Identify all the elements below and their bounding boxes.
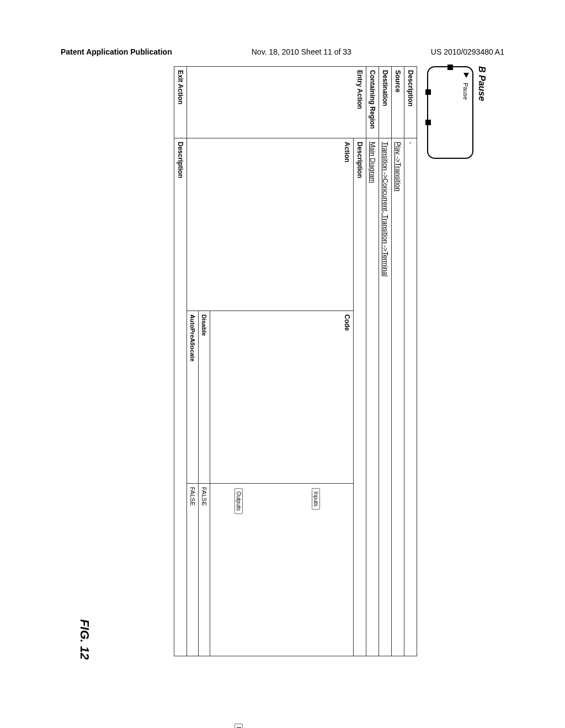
play-icon xyxy=(463,73,469,78)
port-left-icon xyxy=(447,65,453,70)
entry-action-autoprealloc-value: FALSE xyxy=(187,484,199,656)
table-row: Source Play ->Transition xyxy=(392,67,404,656)
header-date-sheet: Nov. 18, 2010 Sheet 11 of 33 xyxy=(252,47,351,56)
prop-label-destination: Destination xyxy=(379,67,392,138)
entry-action-description-label: Description xyxy=(354,138,366,656)
figure-number-label: FIG. 12 xyxy=(77,619,92,660)
prop-value-source: Play ->Transition xyxy=(392,138,404,656)
entry-action-disable-label: Disable xyxy=(199,311,210,484)
prop-label-entry-action: Entry Action xyxy=(187,67,366,138)
port-bottom-2-icon xyxy=(425,120,431,125)
figure-panel: B Pause Pause Description - Source Play … xyxy=(73,61,492,667)
table-row: Destination Transition ->Concurrent, Tra… xyxy=(379,67,392,656)
state-node-pause: Pause xyxy=(427,66,473,159)
chip-paused: Paused xyxy=(234,724,243,728)
figure-title: B Pause xyxy=(477,66,487,667)
chip-inputs: Inputs xyxy=(312,488,320,510)
prop-label-description: Description xyxy=(404,67,417,138)
entry-action-disable-value: FALSE xyxy=(199,484,210,656)
table-row: Description - xyxy=(404,67,417,656)
table-row: Containing Region Main Diagram xyxy=(366,67,379,656)
entry-action-autoprealloc-label: AutoPreAllocate xyxy=(187,311,199,484)
prop-label-region: Containing Region xyxy=(366,67,379,138)
table-row: Action Code Inputs Outputs Paused Output… xyxy=(210,67,354,656)
port-bottom-1-icon xyxy=(425,89,431,95)
state-node-label: Pause xyxy=(462,83,469,100)
exit-action-description-label: Description xyxy=(174,138,187,656)
properties-table: Description - Source Play ->Transition D… xyxy=(174,66,417,656)
table-row: Entry Action Description xyxy=(354,67,366,656)
header-pubnumber: US 2010/0293480 A1 xyxy=(431,47,504,56)
table-row: Exit Action Description xyxy=(174,67,187,656)
prop-label-exit-action: Exit Action xyxy=(174,67,187,138)
entry-action-code-label: Code xyxy=(210,311,354,484)
prop-label-source: Source xyxy=(392,67,404,138)
prop-value-region: Main Diagram xyxy=(366,138,379,656)
prop-value-description: - xyxy=(404,138,417,656)
entry-action-action-label: Action xyxy=(187,138,354,311)
prop-value-destination: Transition ->Concurrent, Transition ->Te… xyxy=(379,138,392,656)
entry-action-code-cell: Inputs Outputs Paused Outputs.Current Ac… xyxy=(210,484,354,656)
header-publication: Patent Application Publication xyxy=(61,47,172,56)
chip-outputs: Outputs xyxy=(234,488,243,514)
